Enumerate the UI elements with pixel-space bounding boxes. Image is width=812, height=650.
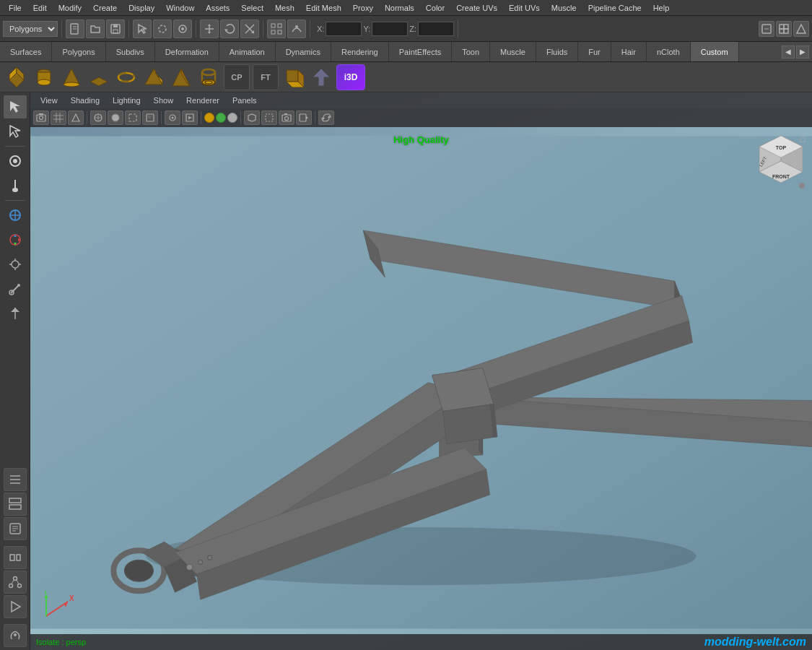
- vp-tb-wireframe[interactable]: [68, 110, 84, 125]
- vp-tb-playblast[interactable]: [296, 110, 312, 125]
- btn-hypergraph[interactable]: [4, 571, 27, 594]
- view-cube[interactable]: ⌂ TOP FRONT LEFT: [748, 132, 806, 190]
- shelf-plane[interactable]: [87, 65, 111, 90]
- tool-joint[interactable]: [4, 253, 27, 276]
- vp-tb-camera[interactable]: [33, 110, 49, 125]
- vp-light-gray[interactable]: [227, 113, 237, 123]
- tab-painteffects[interactable]: PaintEffects: [389, 42, 453, 61]
- menu-create[interactable]: Create: [87, 2, 123, 14]
- vp-tb-sync[interactable]: [318, 110, 334, 125]
- tb-right2[interactable]: [776, 21, 792, 37]
- viewport[interactable]: View Shading Lighting Show Renderer Pane…: [30, 92, 812, 650]
- shelf-cone[interactable]: [59, 65, 84, 90]
- tab-ncloth[interactable]: nCloth: [647, 42, 691, 61]
- tab-deformation[interactable]: Deformation: [155, 42, 219, 61]
- vp-menu-view[interactable]: View: [35, 95, 64, 106]
- menu-edit-uvs[interactable]: Edit UVs: [503, 2, 546, 14]
- x-input[interactable]: [326, 22, 362, 36]
- menu-window[interactable]: Window: [160, 2, 200, 14]
- vp-menu-shading[interactable]: Shading: [65, 95, 105, 106]
- shelf-i3d[interactable]: i3D: [336, 64, 365, 90]
- tool-paint[interactable]: [4, 150, 27, 173]
- tab-muscle[interactable]: Muscle: [490, 42, 536, 61]
- vp-tb-shading[interactable]: [108, 110, 123, 125]
- tb-new[interactable]: [66, 20, 84, 38]
- tool-select[interactable]: [4, 95, 27, 118]
- tab-polygons[interactable]: Polygons: [52, 42, 105, 61]
- vp-menu-lighting[interactable]: Lighting: [107, 95, 147, 106]
- shelf-cylinder[interactable]: [32, 65, 56, 90]
- menu-edit-mesh[interactable]: Edit Mesh: [300, 2, 347, 14]
- home-icon[interactable]: ⌂: [799, 132, 806, 145]
- menu-select[interactable]: Select: [235, 2, 269, 14]
- tb-snap-grid[interactable]: [267, 20, 286, 38]
- vp-tb-smooth[interactable]: [90, 110, 106, 125]
- menu-edit[interactable]: Edit: [27, 2, 53, 14]
- menu-modify[interactable]: Modify: [53, 2, 87, 14]
- tab-fluids[interactable]: Fluids: [536, 42, 578, 61]
- vp-menu-renderer[interactable]: Renderer: [180, 95, 225, 106]
- tab-hair[interactable]: Hair: [611, 42, 647, 61]
- btn-channel-box[interactable]: [4, 493, 27, 516]
- shelf-ft[interactable]: FT: [253, 64, 279, 90]
- tool-snap[interactable]: [4, 302, 27, 325]
- btn-wolf[interactable]: [4, 624, 27, 647]
- btn-render[interactable]: [4, 595, 27, 618]
- shelf-cube2[interactable]: [281, 65, 306, 90]
- vp-menu-show[interactable]: Show: [148, 95, 180, 106]
- vp-tb-snapshot[interactable]: [279, 110, 294, 125]
- orientation-cube[interactable]: TOP FRONT LEFT: [748, 132, 803, 186]
- menu-proxy[interactable]: Proxy: [347, 2, 379, 14]
- shelf-arrow1[interactable]: [309, 65, 333, 90]
- shelf-cp[interactable]: CP: [224, 64, 250, 90]
- tab-subdivs[interactable]: Subdivs: [106, 42, 155, 61]
- y-input[interactable]: [372, 22, 408, 36]
- tab-rendering[interactable]: Rendering: [331, 42, 389, 61]
- btn-timeline[interactable]: [4, 546, 27, 569]
- shelf-pipe[interactable]: [196, 65, 221, 90]
- tb-scale[interactable]: [240, 20, 259, 38]
- vp-tb-wireframe-on-shaded[interactable]: [125, 110, 141, 125]
- vp-tb-viewport-renderer[interactable]: [182, 110, 198, 125]
- tool-transform[interactable]: [4, 228, 27, 251]
- mode-select[interactable]: Polygons Surfaces Subdivs: [3, 21, 58, 37]
- tb-move[interactable]: [200, 20, 219, 38]
- tool-rotate[interactable]: [4, 204, 27, 227]
- tb-save[interactable]: [106, 20, 125, 38]
- menu-help[interactable]: Help: [647, 2, 676, 14]
- menu-color[interactable]: Color: [420, 2, 450, 14]
- menu-muscle[interactable]: Muscle: [546, 2, 582, 14]
- z-input[interactable]: [418, 22, 454, 36]
- tb-open[interactable]: [86, 20, 105, 38]
- vp-light-yellow[interactable]: [204, 113, 214, 123]
- vp-tb-isolate[interactable]: [165, 110, 180, 125]
- vp-tb-hud[interactable]: [244, 110, 260, 125]
- tb-snap-curve[interactable]: [287, 20, 306, 38]
- tb-lasso[interactable]: [153, 20, 172, 38]
- tb-rotate[interactable]: [220, 20, 239, 38]
- shelf-torus[interactable]: [114, 65, 139, 90]
- vp-tb-render-region[interactable]: [261, 110, 277, 125]
- vp-light-green[interactable]: [216, 113, 226, 123]
- tab-surfaces[interactable]: Surfaces: [0, 42, 52, 61]
- tab-custom[interactable]: Custom: [691, 42, 739, 61]
- btn-attribute[interactable]: [4, 517, 27, 540]
- menu-mesh[interactable]: Mesh: [269, 2, 300, 14]
- btn-layers[interactable]: [4, 468, 27, 491]
- tb-paint-select[interactable]: [173, 20, 192, 38]
- tool-brush[interactable]: [4, 174, 27, 197]
- tb-select[interactable]: [133, 20, 152, 38]
- tab-dynamics[interactable]: Dynamics: [276, 42, 331, 61]
- vp-menu-panels[interactable]: Panels: [227, 95, 263, 106]
- tool-ik[interactable]: [4, 277, 27, 300]
- menu-normals[interactable]: Normals: [379, 2, 420, 14]
- menu-assets[interactable]: Assets: [200, 2, 235, 14]
- tool-select-outline[interactable]: [4, 120, 27, 143]
- menu-file[interactable]: File: [3, 2, 27, 14]
- shelf-pyramid[interactable]: [169, 65, 193, 90]
- shelf-cube[interactable]: [4, 65, 29, 90]
- tab-prev[interactable]: ◀: [782, 46, 795, 58]
- menu-display[interactable]: Display: [123, 2, 160, 14]
- shelf-prism[interactable]: [141, 65, 166, 90]
- menu-create-uvs[interactable]: Create UVs: [450, 2, 503, 14]
